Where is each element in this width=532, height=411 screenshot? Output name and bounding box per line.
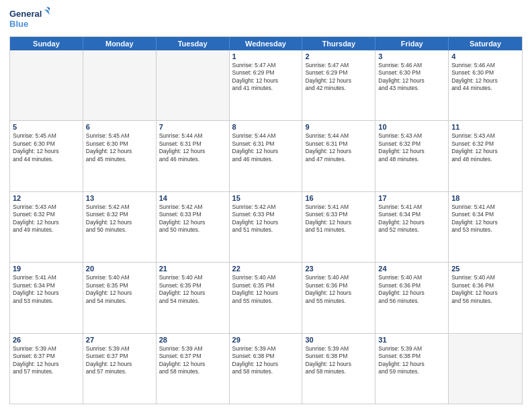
header: General Blue	[9, 7, 523, 32]
day-cell-18: 18Sunrise: 5:41 AMSunset: 6:34 PMDayligh…	[449, 192, 522, 262]
day-cell-27: 27Sunrise: 5:39 AMSunset: 6:37 PMDayligh…	[83, 334, 157, 404]
day-cell-6: 6Sunrise: 5:45 AMSunset: 6:30 PMDaylight…	[83, 121, 157, 191]
day-number: 18	[451, 194, 519, 202]
day-number: 24	[378, 265, 445, 273]
day-info: Sunrise: 5:41 AMSunset: 6:34 PMDaylight:…	[378, 203, 445, 234]
calendar-header: SundayMondayTuesdayWednesdayThursdayFrid…	[10, 37, 522, 50]
day-cell-9: 9Sunrise: 5:44 AMSunset: 6:31 PMDaylight…	[302, 121, 375, 191]
day-number: 19	[13, 265, 80, 273]
day-number: 1	[232, 52, 300, 60]
day-cell-31: 31Sunrise: 5:39 AMSunset: 6:38 PMDayligh…	[375, 334, 449, 404]
day-number: 25	[451, 265, 519, 273]
svg-text:General: General	[9, 9, 42, 19]
calendar-row-2: 5Sunrise: 5:45 AMSunset: 6:30 PMDaylight…	[10, 121, 522, 191]
weekday-header-monday: Monday	[83, 37, 157, 50]
day-cell-22: 22Sunrise: 5:40 AMSunset: 6:35 PMDayligh…	[230, 263, 303, 332]
day-info: Sunrise: 5:39 AMSunset: 6:37 PMDaylight:…	[159, 345, 226, 376]
day-number: 30	[305, 336, 372, 344]
day-number: 2	[305, 52, 372, 60]
day-number: 5	[13, 123, 80, 131]
day-number: 31	[378, 336, 445, 344]
day-number: 10	[378, 123, 445, 131]
day-number: 23	[305, 265, 372, 273]
day-number: 11	[451, 123, 519, 131]
calendar-row-3: 12Sunrise: 5:43 AMSunset: 6:32 PMDayligh…	[10, 192, 522, 263]
day-info: Sunrise: 5:45 AMSunset: 6:30 PMDaylight:…	[13, 132, 80, 163]
day-info: Sunrise: 5:40 AMSunset: 6:36 PMDaylight:…	[305, 274, 372, 305]
day-number: 28	[159, 336, 226, 344]
day-info: Sunrise: 5:44 AMSunset: 6:31 PMDaylight:…	[232, 132, 300, 163]
day-number: 8	[232, 123, 300, 131]
day-number: 29	[232, 336, 300, 344]
day-cell-20: 20Sunrise: 5:40 AMSunset: 6:35 PMDayligh…	[83, 263, 157, 332]
day-info: Sunrise: 5:40 AMSunset: 6:35 PMDaylight:…	[232, 274, 300, 305]
day-number: 7	[159, 123, 226, 131]
day-number: 21	[159, 265, 226, 273]
day-number: 13	[86, 194, 153, 202]
day-cell-28: 28Sunrise: 5:39 AMSunset: 6:37 PMDayligh…	[157, 334, 230, 404]
day-cell-10: 10Sunrise: 5:43 AMSunset: 6:32 PMDayligh…	[375, 121, 449, 191]
day-cell-2: 2Sunrise: 5:47 AMSunset: 6:29 PMDaylight…	[302, 50, 375, 120]
day-info: Sunrise: 5:39 AMSunset: 6:37 PMDaylight:…	[13, 345, 80, 376]
day-cell-12: 12Sunrise: 5:43 AMSunset: 6:32 PMDayligh…	[10, 192, 83, 262]
day-cell-1: 1Sunrise: 5:47 AMSunset: 6:29 PMDaylight…	[230, 50, 303, 120]
day-number: 12	[13, 194, 80, 202]
day-info: Sunrise: 5:44 AMSunset: 6:31 PMDaylight:…	[159, 132, 226, 163]
day-cell-5: 5Sunrise: 5:45 AMSunset: 6:30 PMDaylight…	[10, 121, 83, 191]
day-number: 20	[86, 265, 153, 273]
empty-cell	[157, 50, 230, 120]
weekday-header-friday: Friday	[375, 37, 449, 50]
day-info: Sunrise: 5:39 AMSunset: 6:38 PMDaylight:…	[232, 345, 300, 376]
day-cell-26: 26Sunrise: 5:39 AMSunset: 6:37 PMDayligh…	[10, 334, 83, 404]
day-number: 22	[232, 265, 300, 273]
day-info: Sunrise: 5:44 AMSunset: 6:31 PMDaylight:…	[305, 132, 372, 163]
day-info: Sunrise: 5:41 AMSunset: 6:34 PMDaylight:…	[451, 203, 519, 234]
calendar-row-4: 19Sunrise: 5:41 AMSunset: 6:34 PMDayligh…	[10, 263, 522, 333]
day-cell-8: 8Sunrise: 5:44 AMSunset: 6:31 PMDaylight…	[230, 121, 303, 191]
day-info: Sunrise: 5:42 AMSunset: 6:32 PMDaylight:…	[86, 203, 153, 234]
svg-marker-2	[44, 9, 50, 15]
day-cell-3: 3Sunrise: 5:46 AMSunset: 6:30 PMDaylight…	[375, 50, 449, 120]
day-cell-21: 21Sunrise: 5:40 AMSunset: 6:35 PMDayligh…	[157, 263, 230, 332]
day-info: Sunrise: 5:47 AMSunset: 6:29 PMDaylight:…	[232, 62, 300, 93]
day-info: Sunrise: 5:45 AMSunset: 6:30 PMDaylight:…	[86, 132, 153, 163]
day-cell-15: 15Sunrise: 5:42 AMSunset: 6:33 PMDayligh…	[230, 192, 303, 262]
day-info: Sunrise: 5:46 AMSunset: 6:30 PMDaylight:…	[451, 62, 519, 93]
day-info: Sunrise: 5:39 AMSunset: 6:37 PMDaylight:…	[86, 345, 153, 376]
day-info: Sunrise: 5:41 AMSunset: 6:33 PMDaylight:…	[305, 203, 372, 234]
calendar-row-1: 1Sunrise: 5:47 AMSunset: 6:29 PMDaylight…	[10, 50, 522, 121]
weekday-header-saturday: Saturday	[449, 37, 522, 50]
day-number: 6	[86, 123, 153, 131]
day-number: 17	[378, 194, 445, 202]
day-info: Sunrise: 5:39 AMSunset: 6:38 PMDaylight:…	[378, 345, 445, 376]
day-info: Sunrise: 5:40 AMSunset: 6:36 PMDaylight:…	[378, 274, 445, 305]
day-info: Sunrise: 5:41 AMSunset: 6:34 PMDaylight:…	[13, 274, 80, 305]
day-cell-23: 23Sunrise: 5:40 AMSunset: 6:36 PMDayligh…	[302, 263, 375, 332]
day-info: Sunrise: 5:42 AMSunset: 6:33 PMDaylight:…	[159, 203, 226, 234]
day-cell-29: 29Sunrise: 5:39 AMSunset: 6:38 PMDayligh…	[230, 334, 303, 404]
day-cell-19: 19Sunrise: 5:41 AMSunset: 6:34 PMDayligh…	[10, 263, 83, 332]
weekday-header-tuesday: Tuesday	[157, 37, 230, 50]
calendar: SundayMondayTuesdayWednesdayThursdayFrid…	[9, 36, 523, 404]
day-info: Sunrise: 5:47 AMSunset: 6:29 PMDaylight:…	[305, 62, 372, 93]
day-number: 3	[378, 52, 445, 60]
day-info: Sunrise: 5:46 AMSunset: 6:30 PMDaylight:…	[378, 62, 445, 93]
day-cell-13: 13Sunrise: 5:42 AMSunset: 6:32 PMDayligh…	[83, 192, 157, 262]
calendar-row-5: 26Sunrise: 5:39 AMSunset: 6:37 PMDayligh…	[10, 334, 522, 404]
day-info: Sunrise: 5:40 AMSunset: 6:35 PMDaylight:…	[86, 274, 153, 305]
day-number: 4	[451, 52, 519, 60]
empty-cell	[10, 50, 83, 120]
day-cell-7: 7Sunrise: 5:44 AMSunset: 6:31 PMDaylight…	[157, 121, 230, 191]
day-cell-4: 4Sunrise: 5:46 AMSunset: 6:30 PMDaylight…	[449, 50, 522, 120]
day-cell-17: 17Sunrise: 5:41 AMSunset: 6:34 PMDayligh…	[375, 192, 449, 262]
day-number: 16	[305, 194, 372, 202]
day-cell-14: 14Sunrise: 5:42 AMSunset: 6:33 PMDayligh…	[157, 192, 230, 262]
empty-cell	[449, 334, 522, 404]
day-cell-25: 25Sunrise: 5:40 AMSunset: 6:36 PMDayligh…	[449, 263, 522, 332]
day-number: 27	[86, 336, 153, 344]
day-cell-30: 30Sunrise: 5:39 AMSunset: 6:38 PMDayligh…	[302, 334, 375, 404]
empty-cell	[83, 50, 157, 120]
weekday-header-sunday: Sunday	[10, 37, 83, 50]
day-cell-24: 24Sunrise: 5:40 AMSunset: 6:36 PMDayligh…	[375, 263, 449, 332]
day-number: 15	[232, 194, 300, 202]
